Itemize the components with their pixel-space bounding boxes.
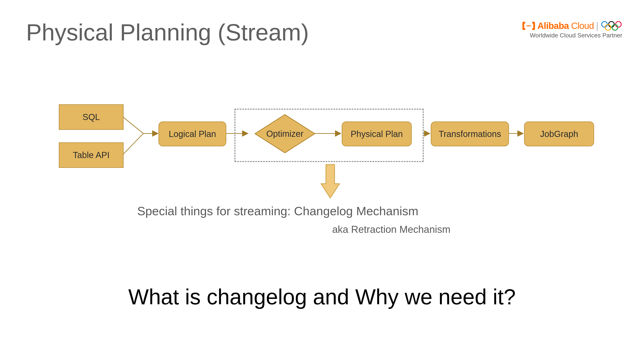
caption-changelog: Special things for streaming: Changelog …: [137, 204, 418, 218]
svg-line-6: [123, 117, 143, 133]
diagram-box-jobgraph: JobGraph: [524, 121, 594, 146]
diagram-box-transformations: Transformations: [431, 121, 509, 146]
question-text: What is changelog and Why we need it?: [0, 284, 644, 309]
diagram-box-sql: SQL: [59, 104, 124, 130]
svg-line-7: [123, 133, 143, 155]
diagram-box-tableapi: Table API: [59, 142, 124, 168]
diagram-box-physical-plan: Physical Plan: [342, 121, 412, 146]
down-arrow-icon: [320, 164, 340, 200]
optimizer-label: Optimizer: [266, 129, 303, 139]
diagram-box-logical-plan: Logical Plan: [158, 121, 226, 146]
caption-aka: aka Retraction Mechanism: [332, 224, 450, 235]
diagram-diamond-optimizer: Optimizer: [254, 114, 315, 153]
